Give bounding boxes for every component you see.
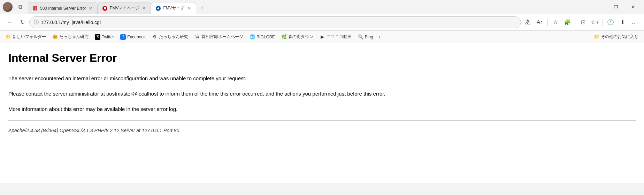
bookmarks-bar: 📁 新しいフォルダー 😊 たっちゃん研究 𝕏 Twitter f Faceboo…: [0, 31, 644, 43]
tab-fmv1[interactable]: FMVマイページ ✕: [98, 2, 151, 14]
facebook-icon: f: [120, 34, 126, 40]
bookmark-twitter-label: Twitter: [102, 35, 114, 39]
immersive-reader-icon[interactable]: A↑: [534, 17, 545, 28]
bookmark-biglobe[interactable]: 🌐 BIGLOBE: [247, 33, 278, 41]
bookmark-mori-label: 森の街タウン: [288, 34, 313, 40]
bookmark-niconico-label: ニコニコ動画: [327, 34, 352, 40]
nav-sep-2: [575, 19, 575, 26]
back-button[interactable]: ←: [4, 17, 15, 28]
error-title: Internal Server Error: [8, 52, 636, 65]
split-screen-icon[interactable]: ⊡: [577, 17, 589, 28]
bookmark-new-folder-label: 新しいフォルダー: [13, 34, 46, 40]
new-tab-button[interactable]: +: [196, 2, 208, 14]
address-bar[interactable]: ⓘ 127.0.0.1/my_java/Hello.cgi: [29, 16, 521, 28]
bookmarks-more-button[interactable]: ›: [377, 33, 382, 41]
close-button[interactable]: ✕: [625, 1, 641, 13]
nav-sep-3: [603, 19, 603, 26]
biglobe-icon: 🌐: [250, 34, 255, 40]
error-paragraph-2: Please contact the server administrator …: [8, 90, 636, 98]
bookmark-twitter[interactable]: 𝕏 Twitter: [92, 33, 117, 41]
read-aloud-icon[interactable]: あ: [522, 17, 534, 28]
favorites-icon[interactable]: ☆: [550, 17, 561, 28]
extensions-icon[interactable]: 🧩: [562, 17, 573, 28]
error-footer: Apache/2.4.58 (Win64) OpenSSL/3.1.3 PHP/…: [8, 128, 636, 133]
avatar: [3, 2, 13, 12]
bookmark-tacchan2-label: たっちゃん研究: [159, 34, 188, 40]
bookmark-bing-label: Bing: [365, 35, 373, 39]
tab-fmv1-label: FMVマイページ: [110, 5, 139, 11]
tab-strip: ! 500 Internal Server Error ✕ FMVマイページ ✕…: [28, 0, 588, 14]
bookmark-tacchan1[interactable]: 😊 たっちゃん研究: [49, 32, 91, 41]
mori-icon: 🌿: [281, 34, 287, 40]
nav-sep-1: [547, 19, 548, 26]
bookmark-new-folder[interactable]: 📁 新しいフォルダー: [3, 32, 49, 41]
tab-fmv1-icon: [102, 6, 108, 11]
downloads-icon[interactable]: ⬇: [617, 17, 628, 28]
tab-error[interactable]: ! 500 Internal Server Error ✕: [28, 2, 98, 14]
window-controls: — ❐ ✕: [590, 1, 641, 13]
minimize-button[interactable]: —: [590, 1, 606, 13]
error-divider: [8, 120, 636, 121]
address-info-icon: ⓘ: [34, 19, 39, 25]
more-tools-icon[interactable]: …: [629, 17, 640, 28]
page-content: Internal Server Error The server encount…: [0, 43, 644, 183]
bookmark-niconico[interactable]: ▶ ニコニコ動画: [317, 32, 354, 41]
bookmark-tacchan1-label: たっちゃん研究: [59, 34, 89, 40]
kantei-icon: 🏛: [194, 34, 200, 40]
error-paragraph-3: More information about this error may be…: [8, 105, 636, 113]
niconico-icon: ▶: [320, 34, 325, 40]
bookmark-mori[interactable]: 🌿 森の街タウン: [278, 32, 316, 41]
title-bar: ⧉ ! 500 Internal Server Error ✕ FMVマイページ…: [0, 0, 644, 14]
bookmark-kantei[interactable]: 🏛 首相官邸ホームページ: [192, 32, 246, 41]
history-icon[interactable]: 🕐: [605, 17, 616, 28]
bing-icon: 🔍: [358, 34, 363, 40]
tab-fmv1-close[interactable]: ✕: [141, 5, 146, 12]
tab-fmv2[interactable]: FMVサーチ ✕: [151, 2, 196, 14]
restore-button[interactable]: ❐: [608, 1, 624, 13]
tab-error-close[interactable]: ✕: [88, 5, 93, 12]
refresh-button[interactable]: ↻: [17, 17, 28, 28]
bookmark-other[interactable]: 📁 その他のお気に入り: [591, 32, 641, 41]
bookmark-bing[interactable]: 🔍 Bing: [355, 33, 376, 41]
other-folder-icon: 📁: [594, 34, 599, 40]
bookmarks-right: 📁 その他のお気に入り: [591, 32, 641, 41]
tab-error-icon: !: [32, 6, 38, 11]
bookmark-biglobe-label: BIGLOBE: [256, 35, 275, 39]
twitter-icon: 𝕏: [95, 34, 100, 40]
folder-icon: 📁: [6, 34, 11, 40]
bookmark-tacchan2[interactable]: ⚙ たっちゃん研究: [149, 32, 191, 41]
svg-text:!: !: [34, 7, 36, 10]
tab-fmv2-close[interactable]: ✕: [187, 5, 192, 12]
copy-icon[interactable]: ⧉: [15, 2, 25, 12]
address-text: 127.0.0.1/my_java/Hello.cgi: [41, 20, 101, 25]
add-to-favorites-icon[interactable]: ☆+: [589, 17, 600, 28]
tab-error-label: 500 Internal Server Error: [40, 6, 86, 11]
tacchan2-icon: ⚙: [152, 34, 158, 40]
bookmark-other-label: その他のお気に入り: [601, 34, 638, 40]
tab-fmv2-label: FMVサーチ: [163, 5, 184, 11]
bookmark-kantei-label: 首相官邸ホームページ: [201, 34, 243, 40]
bookmark-facebook-label: Facebook: [127, 35, 146, 39]
bookmark-facebook[interactable]: f Facebook: [117, 33, 148, 41]
nav-right-icons: あ A↑ ☆ 🧩 ⊡ ☆+ 🕐 ⬇ …: [522, 17, 640, 28]
tab-fmv2-icon: [155, 6, 161, 11]
nav-bar: ← ↻ ⓘ 127.0.0.1/my_java/Hello.cgi あ A↑ ☆…: [0, 14, 644, 31]
tacchan1-icon: 😊: [52, 34, 58, 40]
error-paragraph-1: The server encountered an internal error…: [8, 74, 636, 83]
